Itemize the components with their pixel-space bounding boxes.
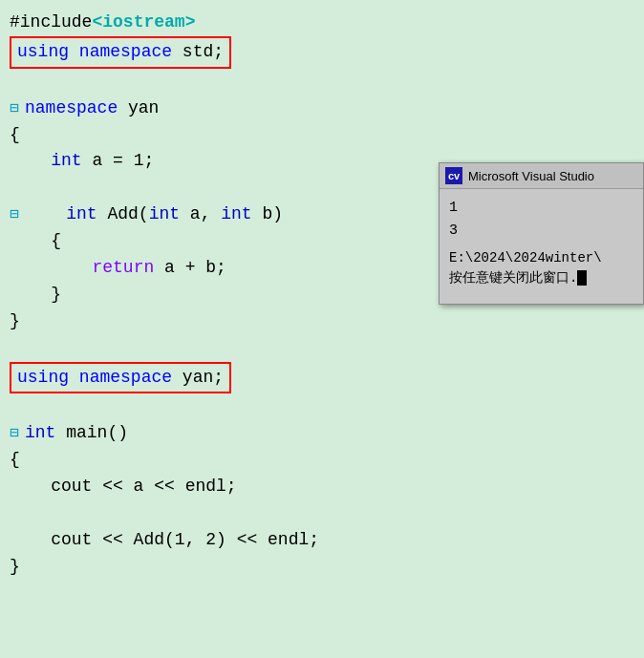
code-line-empty-3	[10, 335, 644, 362]
console-output-2: 3	[449, 220, 633, 243]
code-line-brace-close-namespace: }	[10, 308, 644, 335]
code-line-cout2: cout << Add(1, 2) << endl;	[10, 527, 644, 554]
code-line-cout1: cout << a << endl;	[10, 474, 644, 500]
code-line-empty-1	[10, 69, 644, 96]
console-window: cv Microsoft Visual Studio 1 3 E:\2024\2…	[439, 162, 644, 305]
code-editor: #include<iostream> using namespace std; …	[0, 0, 644, 658]
console-title: Microsoft Visual Studio	[468, 169, 594, 183]
code-line-brace-open-main: {	[10, 447, 644, 474]
cursor	[577, 270, 587, 286]
console-app-icon: cv	[445, 167, 462, 184]
collapse-icon-main[interactable]: ⊟	[10, 422, 25, 446]
code-line-include: #include<iostream>	[10, 10, 644, 36]
console-titlebar: cv Microsoft Visual Studio	[440, 163, 643, 189]
code-line-empty-4	[10, 393, 644, 420]
code-line-brace-close-main: }	[10, 554, 644, 581]
console-path: E:\2024\2024winter\	[449, 248, 633, 268]
code-line-using-std: using namespace std;	[10, 36, 644, 69]
code-line-empty-5	[10, 500, 644, 527]
console-prompt: 按任意键关闭此窗口.	[449, 268, 633, 288]
code-line-using-yan: using namespace yan;	[10, 362, 644, 394]
code-line-brace-open-1: {	[10, 122, 644, 149]
code-line-main-decl: ⊟int main()	[10, 420, 644, 447]
collapse-icon-namespace[interactable]: ⊟	[10, 97, 25, 121]
collapse-icon-func[interactable]: ⊟	[10, 203, 25, 227]
console-body: 1 3 E:\2024\2024winter\ 按任意键关闭此窗口.	[440, 189, 643, 304]
console-output-1: 1	[449, 197, 633, 220]
code-line-namespace: ⊟namespace yan	[10, 96, 644, 122]
